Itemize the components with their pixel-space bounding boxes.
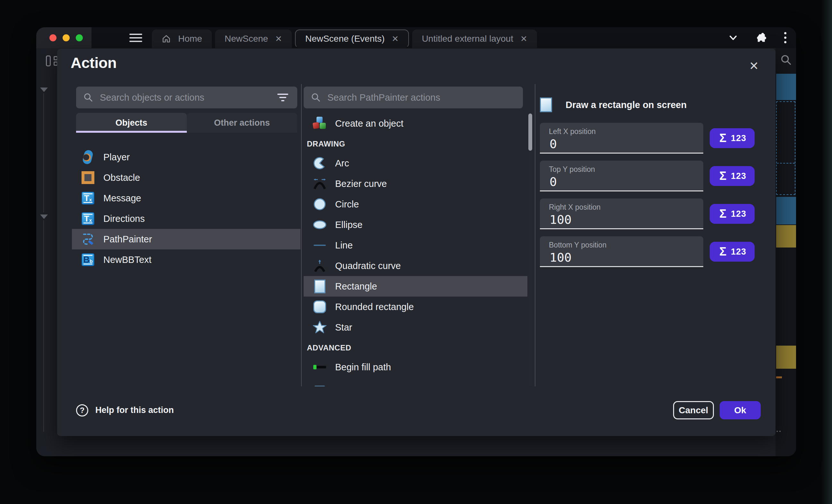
tab-close-icon[interactable]: ✕ <box>520 34 527 44</box>
extensions-puzzle-icon[interactable] <box>755 32 768 44</box>
action-item-circle[interactable]: Circle <box>304 194 527 215</box>
traffic-lights <box>36 27 92 48</box>
tab-bar: Home NewScene ✕ NewScene (Events) ✕ Unti… <box>152 27 537 48</box>
home-icon <box>161 34 171 44</box>
tab-label: NewScene (Events) <box>305 34 385 44</box>
tab-other-actions[interactable]: Other actions <box>187 113 297 133</box>
action-item-ellipse[interactable]: Ellipse <box>304 215 527 235</box>
object-label: Directions <box>103 214 145 224</box>
list-item-directions[interactable]: Tx Directions <box>72 208 301 229</box>
tab-untitled-external-layout[interactable]: Untitled external layout ✕ <box>412 29 537 48</box>
list-item-newbbtext[interactable]: Bb NewBBText <box>72 249 301 270</box>
event-block[interactable] <box>776 346 796 369</box>
parameters-panel: Draw a rectangle on screen Left X positi… <box>540 49 768 436</box>
text-object-icon: Tx <box>81 191 95 205</box>
section-header-drawing: DRAWING <box>304 134 527 153</box>
action-dialog: Action ✕ Objects <box>57 49 776 436</box>
list-item-message[interactable]: Tx Message <box>72 188 301 208</box>
expression-editor-button[interactable]: Σ 123 <box>710 166 755 186</box>
numeric-badge: 123 <box>731 133 746 143</box>
expression-editor-button[interactable]: Σ 123 <box>710 204 755 224</box>
tree-collapse-arrow-icon[interactable] <box>40 87 48 92</box>
expression-editor-button[interactable]: Σ 123 <box>710 128 755 148</box>
objects-panel-tabs: Objects Other actions <box>76 113 297 133</box>
action-item-arc[interactable]: Arc <box>304 153 527 173</box>
expression-editor-button[interactable]: Σ 123 <box>710 242 755 262</box>
tab-close-icon[interactable]: ✕ <box>392 34 399 44</box>
action-item-line[interactable]: Line <box>304 235 527 255</box>
numeric-badge: 123 <box>731 247 746 257</box>
tab-newscene[interactable]: NewScene ✕ <box>215 29 292 48</box>
tab-label: Other actions <box>214 118 270 128</box>
tab-home[interactable]: Home <box>152 29 212 48</box>
action-item-star[interactable]: Star <box>304 317 527 338</box>
action-label: Star <box>335 322 352 333</box>
left-x-field[interactable]: Left X position <box>540 123 703 153</box>
objects-search-input[interactable] <box>99 92 270 103</box>
numeric-badge: 123 <box>731 209 746 219</box>
titlebar-actions <box>728 27 786 48</box>
ok-button[interactable]: Ok <box>720 401 761 419</box>
help-link[interactable]: ? Help for this action <box>76 404 174 417</box>
rectangle-icon <box>313 279 327 293</box>
scrollbar-thumb[interactable] <box>528 113 532 151</box>
event-dashed-block[interactable] <box>776 101 796 195</box>
action-label: Line <box>335 240 353 251</box>
object-label: Message <box>103 193 141 203</box>
param-row-left-x: Left X position Σ 123 <box>540 123 768 153</box>
minimize-window-button[interactable] <box>62 34 70 41</box>
right-x-field[interactable]: Right X position <box>540 198 703 229</box>
search-icon <box>311 92 321 103</box>
rounded-rectangle-icon <box>313 300 327 314</box>
list-item-obstacle[interactable]: Obstacle <box>72 167 301 188</box>
list-item-pathpainter[interactable]: PathPainter <box>72 229 301 249</box>
action-item-quadratic[interactable]: Quadratic curve <box>304 255 527 276</box>
bottom-y-input[interactable] <box>549 250 690 265</box>
selected-action-header: Draw a rectangle on screen <box>540 97 686 112</box>
action-item-rounded-rectangle[interactable]: Rounded rectangle <box>304 297 527 317</box>
close-window-button[interactable] <box>49 34 56 41</box>
objects-panel: Objects Other actions Player <box>76 49 297 436</box>
object-label: Obstacle <box>103 172 140 183</box>
arc-icon <box>313 156 327 170</box>
bottom-y-field[interactable]: Bottom Y position <box>540 236 703 267</box>
action-item-create-object[interactable]: Create an object <box>304 113 527 134</box>
top-y-field[interactable]: Top Y position <box>540 161 703 191</box>
action-item-begin-fill-path[interactable]: Begin fill path <box>304 357 527 377</box>
action-label: Begin fill path <box>335 362 391 372</box>
selected-action-title: Draw a rectangle on screen <box>566 100 686 110</box>
right-x-input[interactable] <box>549 212 690 227</box>
obstacle-icon <box>81 171 95 185</box>
top-y-input[interactable] <box>549 174 690 189</box>
tab-objects[interactable]: Objects <box>76 113 187 133</box>
sigma-icon: Σ <box>719 169 726 183</box>
action-item-bezier[interactable]: Bezier curve <box>304 173 527 194</box>
search-icon[interactable] <box>780 54 792 66</box>
help-label: Help for this action <box>95 405 174 415</box>
list-item-player[interactable]: Player <box>72 147 301 167</box>
event-block[interactable] <box>776 197 796 224</box>
event-mark <box>776 376 782 378</box>
action-item-rectangle[interactable]: Rectangle <box>304 276 527 297</box>
cancel-button[interactable]: Cancel <box>673 401 714 419</box>
kebab-menu-icon[interactable] <box>784 32 786 43</box>
actions-search-input[interactable] <box>327 92 516 103</box>
menu-icon[interactable] <box>129 32 142 44</box>
object-label: Player <box>103 152 130 163</box>
event-block[interactable] <box>776 74 796 100</box>
actions-scrollbar[interactable] <box>528 113 532 386</box>
action-item-clipped[interactable] <box>304 377 527 386</box>
tab-newscene-events[interactable]: NewScene (Events) ✕ <box>295 29 409 48</box>
star-icon <box>313 320 327 334</box>
zoom-window-button[interactable] <box>76 34 83 41</box>
chevron-down-icon[interactable] <box>728 34 738 42</box>
left-x-input[interactable] <box>549 137 690 151</box>
event-block[interactable] <box>776 225 796 248</box>
tree-collapse-arrow-icon[interactable] <box>40 215 48 219</box>
events-sheet-edge: d... <box>776 48 796 456</box>
tab-close-icon[interactable]: ✕ <box>275 34 282 44</box>
player-icon <box>81 150 95 164</box>
actions-panel: Create an object DRAWING Arc <box>304 49 527 436</box>
tab-label: NewScene <box>225 34 268 44</box>
filter-icon[interactable] <box>276 92 290 103</box>
